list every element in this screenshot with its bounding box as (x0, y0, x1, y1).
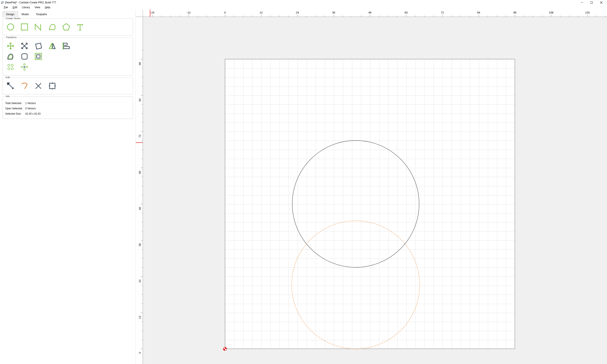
svg-point-5 (7, 24, 14, 30)
svg-rect-18 (37, 55, 40, 58)
info-size-label: Selected Size: (5, 111, 25, 116)
edit-row (5, 81, 131, 90)
menu-library[interactable]: Library (20, 5, 32, 9)
svg-rect-2 (591, 2, 593, 4)
svg-rect-16 (22, 54, 27, 59)
select-in-rect-tool[interactable] (47, 81, 58, 90)
transform-row-2 (5, 52, 131, 61)
panel-transform: Transform (2, 38, 133, 75)
menu-edit-rest: dit (14, 6, 17, 9)
viewport[interactable] (143, 17, 607, 364)
svg-point-22 (11, 68, 13, 70)
ruler-v-label: 96 (138, 62, 141, 65)
tab-design[interactable]: Design (2, 11, 18, 17)
svg-point-21 (8, 68, 10, 70)
ruler-v-label: 72 (138, 135, 141, 138)
rotate-tool[interactable] (33, 41, 44, 50)
svg-point-19 (8, 64, 10, 66)
main-area: Design Model Toolpaths Create Vector (0, 10, 607, 364)
text-tool[interactable] (74, 23, 86, 31)
array-circular-tool[interactable] (19, 63, 30, 71)
ruler-h-label: 36 (332, 11, 335, 14)
menu-file-rest: ile (5, 6, 8, 9)
info-size-value: 42.43 x 42.43 (25, 111, 43, 116)
ruler-v-label: 24 (138, 280, 141, 283)
ruler-v-label: 60 (138, 171, 141, 174)
ruler-h-label: 96 (514, 11, 516, 14)
menu-help[interactable]: Help (43, 5, 53, 9)
vector-circle-selected[interactable] (292, 221, 420, 349)
ruler-h-label: 0 (224, 11, 225, 14)
array-linear-tool[interactable] (5, 63, 16, 71)
vector-circle-black[interactable] (292, 141, 419, 267)
ruler-h-label: -12 (187, 11, 191, 14)
polyline-tool[interactable] (33, 23, 44, 31)
svg-rect-12 (36, 43, 41, 49)
svg-point-27 (24, 66, 25, 68)
ruler-h-label: 48 (369, 11, 371, 14)
close-button[interactable] (596, 0, 606, 5)
ruler-v-marker[interactable] (136, 143, 143, 143)
menu-edit[interactable]: Edit (11, 5, 19, 9)
panel-title-transform: Transform (5, 36, 17, 39)
maximize-button[interactable] (587, 0, 596, 5)
curve-tool[interactable] (47, 23, 58, 31)
tab-toolpaths[interactable]: Toolpaths (32, 11, 51, 17)
menubar: File Edit Library View Help (0, 5, 607, 10)
panel-create-vector: Create Vector (2, 19, 133, 35)
ruler-corner (136, 10, 143, 17)
minimize-button[interactable] (577, 0, 587, 5)
ruler-v-label: 84 (138, 98, 141, 101)
trim-tool[interactable] (33, 81, 44, 90)
ruler-h-label: 108 (549, 11, 554, 14)
panel-title-edit: Edit (5, 76, 11, 78)
circle-tool[interactable] (5, 23, 16, 31)
ruler-h-label: 60 (405, 11, 408, 14)
polygon-tool[interactable] (61, 23, 72, 31)
ruler-h-label: -24 (150, 11, 155, 14)
svg-rect-13 (64, 43, 67, 45)
svg-line-29 (9, 84, 13, 89)
ruler-h-label: 120 (585, 11, 590, 14)
panel-edit: Edit (2, 78, 133, 94)
ruler-v-label: 36 (138, 243, 141, 246)
info-open-label: Open Selected: (5, 106, 25, 111)
window-controls (577, 0, 606, 5)
create-vector-row (5, 23, 131, 31)
svg-marker-7 (63, 24, 69, 30)
left-panel: Design Model Toolpaths Create Vector (0, 10, 136, 364)
mirror-tool[interactable] (47, 41, 58, 50)
ruler-horizontal[interactable]: -24-1201224364860728496108120 (143, 10, 607, 17)
origin-marker[interactable] (223, 347, 227, 351)
svg-point-25 (24, 69, 25, 70)
menu-file[interactable]: File (2, 5, 10, 9)
info-table: Total Selected: 1 Vectors Open Selected:… (5, 101, 43, 117)
info-total-value: 1 Vectors (25, 101, 43, 106)
move-tool[interactable] (5, 41, 16, 50)
svg-point-20 (11, 64, 13, 66)
offset-tool[interactable] (5, 52, 16, 61)
canvas-area: -24-1201224364860728496108120 9684726048… (136, 10, 607, 364)
boolean-tool[interactable] (19, 81, 30, 90)
tab-model[interactable]: Model (18, 11, 32, 17)
app-icon (1, 1, 4, 4)
corner-tool[interactable] (19, 52, 30, 61)
info-row-open: Open Selected: 0 Vectors (5, 106, 43, 111)
svg-rect-6 (21, 24, 28, 30)
fit-to-stock-tool[interactable] (33, 52, 44, 61)
node-edit-tool[interactable] (5, 81, 16, 90)
menu-view[interactable]: View (32, 5, 42, 9)
scale-tool[interactable] (19, 41, 30, 50)
panel-title-create-vector: Create Vector (5, 17, 21, 20)
ruler-h-label: 24 (296, 11, 299, 14)
vectors-layer (143, 17, 607, 364)
rectangle-tool[interactable] (19, 23, 30, 31)
svg-rect-14 (64, 47, 69, 49)
info-row-size: Selected Size: 42.43 x 42.43 (5, 111, 43, 116)
svg-point-23 (24, 64, 25, 65)
ruler-vertical[interactable]: 96847260483624120 (136, 17, 143, 364)
info-total-label: Total Selected: (5, 101, 25, 106)
align-tool[interactable] (61, 41, 72, 50)
panel-title-info: Info (5, 95, 11, 98)
tabs: Design Model Toolpaths (2, 11, 133, 17)
